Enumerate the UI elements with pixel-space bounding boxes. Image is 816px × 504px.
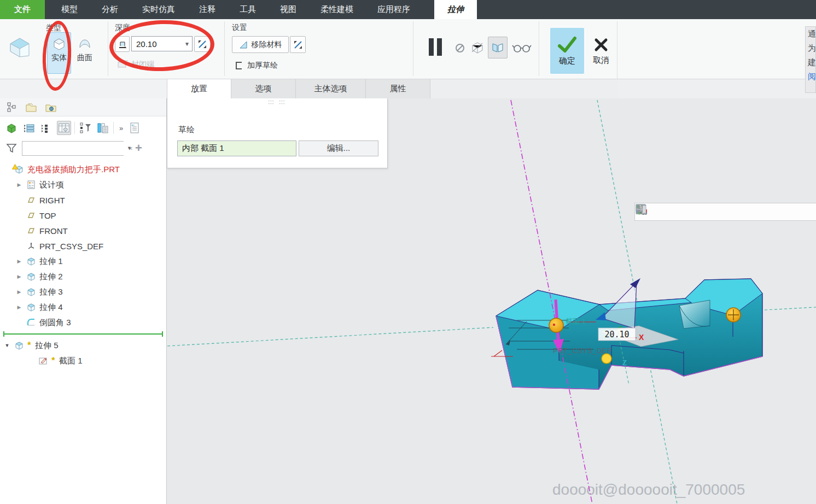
filter-tree-icon[interactable] xyxy=(78,121,92,135)
tree-item-label: RIGHT xyxy=(39,196,65,205)
cancel-button[interactable]: 取消 xyxy=(585,28,617,74)
menu-item-6[interactable]: 工具 xyxy=(232,0,264,19)
depth-drag-ball[interactable] xyxy=(602,354,611,364)
menu-item-1[interactable]: 文件 xyxy=(0,0,45,19)
expand-arrow-icon[interactable]: ▶ xyxy=(15,289,23,295)
expand-arrow-icon[interactable]: ▶ xyxy=(15,182,23,187)
graphics-toolbar xyxy=(634,203,816,221)
remove-material-flip-button[interactable] xyxy=(290,36,306,53)
tree-item-RIGHT[interactable]: RIGHT xyxy=(0,192,166,208)
expand-arrow-icon[interactable]: ▶ xyxy=(15,304,23,310)
dashboard-tab-放置[interactable]: 放置 xyxy=(167,79,231,98)
capture-icon[interactable] xyxy=(759,204,775,219)
menu-item-3[interactable]: 分析 xyxy=(94,0,126,19)
tree-item-PRT_CSYS_DEF[interactable]: PRT_CSYS_DEF xyxy=(0,238,166,254)
menu-item-5[interactable]: 注释 xyxy=(191,0,223,19)
sketch-icon xyxy=(38,356,48,366)
settings-folder-icon[interactable] xyxy=(44,100,58,114)
csys-icon xyxy=(26,241,36,251)
datum-axes-icon[interactable] xyxy=(811,204,816,219)
pause-icon[interactable] xyxy=(424,36,446,58)
anchor-center-dot xyxy=(553,324,555,326)
menu-bar: 文件模型分析实时仿真注释工具视图柔性建模应用程序拉伸 xyxy=(0,0,816,19)
glasses-icon[interactable] xyxy=(511,41,533,55)
tree-item-倒圆角-3[interactable]: 倒圆角 3 xyxy=(0,315,166,330)
copy-columns-icon[interactable] xyxy=(96,121,110,135)
tree-item-TOP[interactable]: TOP xyxy=(0,208,166,223)
menu-item-2[interactable]: 模型 xyxy=(54,0,85,19)
panel-grip-handle[interactable]: ⋯ ⋯⋯ ⋯ xyxy=(268,99,287,105)
flip-direction-icon xyxy=(293,39,304,50)
tree-item-拉伸-4[interactable]: ▶拉伸 4 xyxy=(0,300,166,315)
insert-here-indicator[interactable] xyxy=(0,330,166,338)
search-dropdown-caret[interactable]: ▼ xyxy=(127,145,132,151)
report-icon[interactable] xyxy=(127,121,142,135)
saved-views-icon[interactable] xyxy=(724,204,740,219)
zoom-out-icon[interactable] xyxy=(672,204,688,219)
display-style-icon[interactable] xyxy=(777,204,792,219)
surface-label: 曲面 xyxy=(77,53,92,63)
tree-item-设计项[interactable]: ▶设计项 xyxy=(0,177,166,192)
tooltip-char: 通 xyxy=(808,27,815,41)
tree-item-截面-1[interactable]: *截面 1 xyxy=(0,353,166,368)
list-view-icon[interactable] xyxy=(22,121,36,135)
ok-button[interactable]: 确定 xyxy=(550,28,584,74)
expand-arrow-icon[interactable]: ▶ xyxy=(15,259,23,264)
menu-item-8[interactable]: 柔性建模 xyxy=(313,0,361,19)
sketch-collector-field[interactable]: 内部 截面 1 xyxy=(177,140,296,156)
menu-item-9[interactable]: 应用程序 xyxy=(370,0,418,19)
csys-label: PRT_CSYS_DEF xyxy=(553,347,612,355)
expand-arrow-icon[interactable]: ▼ xyxy=(3,343,11,348)
tree-item-拉伸-5[interactable]: ▼*拉伸 5 xyxy=(0,338,166,353)
dashboard-tab-选项[interactable]: 选项 xyxy=(231,79,296,98)
extrude-tool-icon xyxy=(5,31,34,64)
sketch-anchor-handle[interactable] xyxy=(549,318,563,332)
new-feature-marker: * xyxy=(51,355,57,366)
funnel-icon[interactable] xyxy=(4,141,19,155)
tree-item-拉伸-2[interactable]: ▶拉伸 2 xyxy=(0,269,166,284)
tree-cube-icon[interactable] xyxy=(4,121,19,135)
model-tree-icon[interactable] xyxy=(4,100,19,114)
tree-search-input[interactable] xyxy=(22,142,125,155)
dashboard-tab-主体选项[interactable]: 主体选项 xyxy=(296,79,366,98)
shaded-preview-icon[interactable] xyxy=(488,37,508,58)
tree-search-box: × xyxy=(22,141,124,156)
view-normal-icon[interactable] xyxy=(742,204,757,219)
tree-item-label: TOP xyxy=(39,211,56,220)
add-filter-button[interactable]: + xyxy=(135,141,142,155)
expand-arrow-icon[interactable]: ▶ xyxy=(15,274,23,279)
surface-icon xyxy=(78,37,92,52)
thicken-sketch-option[interactable]: 加厚草绘 xyxy=(234,61,278,71)
history-folder-icon[interactable] xyxy=(24,100,38,114)
new-feature-marker: * xyxy=(27,340,33,351)
tree-view-icon[interactable] xyxy=(39,121,54,135)
overflow-chevron[interactable]: » xyxy=(117,124,124,132)
repaint-icon[interactable] xyxy=(707,204,723,219)
remove-material-button[interactable]: 移除材料 xyxy=(232,36,289,53)
dashboard-tab-属性[interactable]: 属性 xyxy=(366,79,430,98)
tooltip-char: 阅 xyxy=(808,69,815,84)
tree-item-拉伸-1[interactable]: ▶拉伸 1 xyxy=(0,254,166,269)
menu-item-4[interactable]: 实时仿真 xyxy=(135,0,183,19)
refit-icon[interactable] xyxy=(690,204,706,219)
cancel-x-icon xyxy=(593,37,609,53)
datum-planes-icon[interactable] xyxy=(794,204,809,219)
wireframe-preview-icon[interactable] xyxy=(469,39,486,56)
tree-item-拉伸-3[interactable]: ▶拉伸 3 xyxy=(0,284,166,300)
dashboard-tabs: 放置选项主体选项属性 xyxy=(167,79,618,98)
depth-dimension[interactable]: 20.10 xyxy=(598,328,636,341)
menu-item-10[interactable]: 拉伸 xyxy=(434,0,477,19)
sketch-edit-button[interactable]: 编辑... xyxy=(299,140,378,156)
columns-view-icon[interactable] xyxy=(57,121,71,135)
menu-item-7[interactable]: 视图 xyxy=(272,0,304,19)
tree-item-充电器拔插助力把手.PRT[interactable]: 充电器拔插助力把手.PRT xyxy=(0,162,166,177)
no-preview-icon[interactable] xyxy=(453,41,467,55)
surface-button[interactable]: 曲面 xyxy=(72,32,97,74)
tree-item-label: 拉伸 5 xyxy=(35,341,59,351)
zoom-in-icon[interactable] xyxy=(655,204,671,219)
tree-item-FRONT[interactable]: FRONT xyxy=(0,223,166,238)
extrude-icon xyxy=(26,256,36,266)
tree-item-label: 拉伸 4 xyxy=(39,302,63,313)
extrude-icon xyxy=(26,272,36,282)
toolbar-separator xyxy=(74,122,75,134)
